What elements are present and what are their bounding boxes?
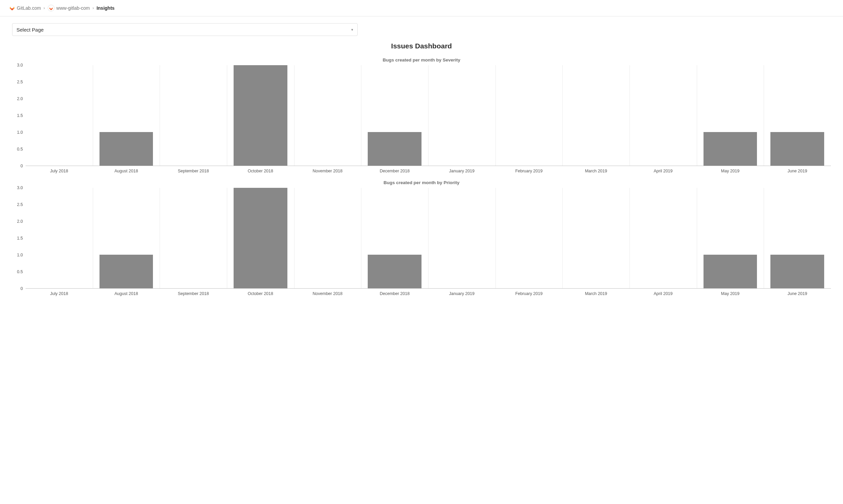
bar-column [227,65,294,166]
bar[interactable] [368,255,422,288]
x-tick-label: September 2018 [160,291,227,296]
bar-column [697,65,764,166]
y-tick-label: 3.0 [17,63,23,68]
gitlab-icon [10,5,15,11]
x-axis: July 2018August 2018September 2018Octobe… [25,289,831,296]
y-tick-label: 0.5 [17,269,23,274]
bars [25,65,831,166]
breadcrumb-bar: GitLab.com › www-gitlab-com › Insights [0,0,843,16]
breadcrumb-label: GitLab.com [17,5,41,11]
bar[interactable] [703,132,757,166]
x-tick-label: September 2018 [160,169,227,173]
bar[interactable] [368,132,422,166]
bar-column [630,65,697,166]
bar-column [428,188,496,288]
chart-title: Bugs created per month by Severity [12,57,831,62]
bar-column [764,65,831,166]
bar-column [160,65,227,166]
x-tick-label: February 2019 [496,291,563,296]
gitlab-icon [49,6,53,10]
x-tick-label: July 2018 [25,169,93,173]
page-select-dropdown[interactable]: Select Page ▾ [12,23,358,36]
plot-area [25,65,831,166]
plot-area [25,188,831,289]
chevron-right-icon: › [92,6,94,11]
x-tick-label: March 2019 [562,169,630,173]
x-tick-label: April 2019 [630,169,697,173]
x-axis: July 2018August 2018September 2018Octobe… [25,166,831,173]
breadcrumb-label: www-gitlab-com [56,5,90,11]
project-avatar [48,5,54,12]
bar-column [93,188,160,288]
charts-container: Bugs created per month by Severity00.51.… [12,57,831,296]
bars [25,188,831,288]
x-tick-label: December 2018 [361,169,428,173]
bar-column [764,188,831,288]
bar-column [630,188,697,288]
chevron-right-icon: › [44,6,45,11]
chevron-down-icon: ▾ [351,28,353,32]
bar-column [227,188,294,288]
bar-column [361,188,428,288]
bar-column [25,65,93,166]
y-tick-label: 1.0 [17,130,23,135]
y-tick-label: 0 [20,164,23,168]
x-tick-label: October 2018 [227,291,294,296]
chart: 00.51.01.52.02.53.0 [12,65,831,166]
bar-column [294,188,361,288]
bar-column [361,65,428,166]
bar-column [496,65,563,166]
y-axis: 00.51.01.52.02.53.0 [12,188,25,289]
chart-block: Bugs created per month by Severity00.51.… [12,57,831,173]
x-tick-label: August 2018 [93,291,160,296]
x-tick-label: January 2019 [428,291,496,296]
x-tick-label: November 2018 [294,291,361,296]
bar-column [428,65,496,166]
bar-column [160,188,227,288]
x-tick-label: June 2019 [764,169,831,173]
bar-column [93,65,160,166]
x-tick-label: July 2018 [25,291,93,296]
x-tick-label: February 2019 [496,169,563,173]
bar[interactable] [100,255,153,288]
x-tick-label: June 2019 [764,291,831,296]
breadcrumb-item[interactable]: GitLab.com [10,5,41,11]
bar[interactable] [234,188,287,288]
bar[interactable] [703,255,757,288]
y-tick-label: 0 [20,286,23,291]
x-tick-label: December 2018 [361,291,428,296]
bar[interactable] [100,132,153,166]
main-content: Select Page ▾ Issues Dashboard Bugs crea… [0,16,843,313]
bar[interactable] [234,65,287,166]
x-tick-label: January 2019 [428,169,496,173]
y-tick-label: 1.5 [17,236,23,240]
chart-block: Bugs created per month by Priority00.51.… [12,180,831,296]
x-tick-label: October 2018 [227,169,294,173]
x-tick-label: March 2019 [562,291,630,296]
breadcrumb-item[interactable]: www-gitlab-com [48,5,90,12]
chart-title: Bugs created per month by Priority [12,180,831,185]
y-tick-label: 2.0 [17,219,23,224]
bar-column [562,65,630,166]
y-tick-label: 2.0 [17,96,23,101]
breadcrumb-current: Insights [96,5,114,11]
y-tick-label: 0.5 [17,147,23,151]
breadcrumb: GitLab.com › www-gitlab-com › Insights [10,5,833,12]
y-tick-label: 1.0 [17,253,23,257]
y-tick-label: 2.5 [17,202,23,207]
page-select-label: Select Page [16,27,44,33]
bar-column [294,65,361,166]
y-axis: 00.51.01.52.02.53.0 [12,65,25,166]
bar-column [562,188,630,288]
y-tick-label: 1.5 [17,113,23,118]
x-tick-label: November 2018 [294,169,361,173]
chart: 00.51.01.52.02.53.0 [12,188,831,289]
bar-column [697,188,764,288]
x-tick-label: April 2019 [630,291,697,296]
bar[interactable] [770,255,824,288]
x-tick-label: May 2019 [697,291,764,296]
y-tick-label: 2.5 [17,79,23,84]
bar[interactable] [770,132,824,166]
x-tick-label: May 2019 [697,169,764,173]
page-title: Issues Dashboard [12,42,831,50]
